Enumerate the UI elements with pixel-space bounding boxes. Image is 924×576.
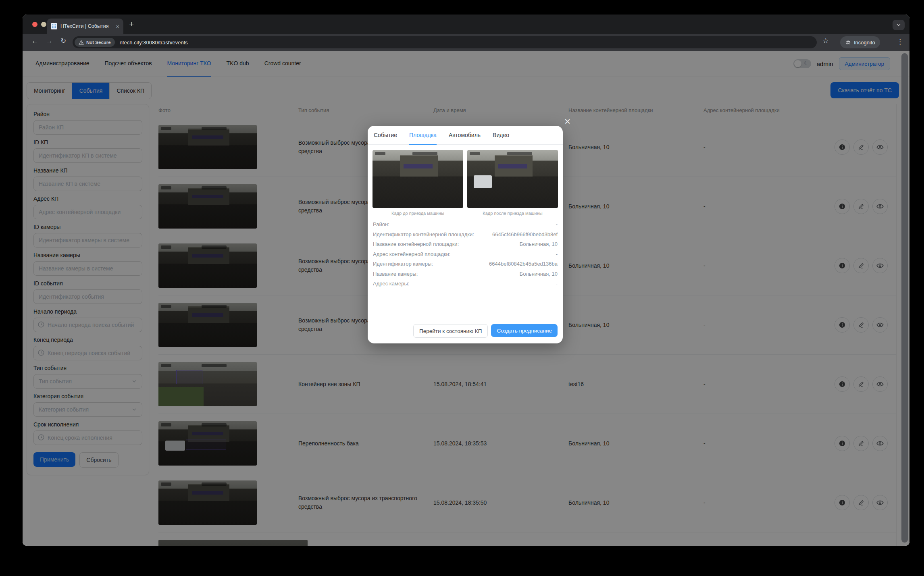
browser-tab-strip: НТехСити | События × + xyxy=(23,15,909,34)
browser-window: НТехСити | События × + ← → ↻ Not Secure … xyxy=(23,15,909,546)
incognito-icon xyxy=(845,39,851,46)
minimize-window-button[interactable] xyxy=(41,22,46,27)
bookmark-star-icon[interactable]: ☆ xyxy=(822,36,829,45)
close-icon[interactable]: × xyxy=(564,116,570,127)
tab-close-icon[interactable]: × xyxy=(116,23,119,30)
not-secure-badge[interactable]: Not Secure xyxy=(75,38,115,47)
not-secure-label: Not Secure xyxy=(86,40,111,45)
browser-toolbar: ← → ↻ Not Secure ntech.city:30080/trash/… xyxy=(23,34,909,51)
tab-title: НТехСити | События xyxy=(60,23,113,29)
address-bar[interactable]: Not Secure ntech.city:30080/trash/events xyxy=(73,36,817,48)
modal-fields: Район:- Идентификатор контейнерной площа… xyxy=(368,216,563,287)
field-value-kp-address: - xyxy=(556,251,558,257)
field-label-district: Район: xyxy=(373,221,389,227)
goto-kp-state-button[interactable]: Перейти к состоянию КП xyxy=(413,324,488,338)
frame-after-caption: Кадр после приезда машины xyxy=(467,211,558,216)
frame-before-caption: Кадр до приезда машины xyxy=(373,211,463,216)
site-favicon-icon xyxy=(51,23,57,29)
field-value-district: - xyxy=(556,221,558,227)
scrollbar[interactable] xyxy=(901,53,908,543)
back-button[interactable]: ← xyxy=(31,37,38,44)
url-text: ntech.city:30080/trash/events xyxy=(120,40,188,46)
reload-button[interactable]: ↻ xyxy=(60,37,66,44)
field-label-kp-address: Адрес контейнерной площадки: xyxy=(373,251,450,257)
field-value-camera-address: - xyxy=(556,281,558,287)
tab-site[interactable]: Площадка xyxy=(409,126,437,145)
frame-captions: Кадр до приезда машины Кадр после приезд… xyxy=(368,208,563,216)
modal-frames xyxy=(368,145,563,208)
field-label-kp-id: Идентификатор контейнерной площадки: xyxy=(373,231,474,237)
frame-before-image[interactable] xyxy=(373,150,463,208)
modal-footer: Перейти к состоянию КП Создать предписан… xyxy=(413,324,558,338)
field-label-camera-id: Идентификатор камеры: xyxy=(373,261,433,267)
new-tab-button[interactable]: + xyxy=(129,19,134,29)
incognito-badge: Incognito xyxy=(840,36,880,48)
tab-event[interactable]: Событие xyxy=(374,126,397,145)
tab-list-chevron-icon[interactable] xyxy=(893,20,905,30)
field-label-camera-address: Адрес камеры: xyxy=(373,281,409,287)
browser-tab[interactable]: НТехСити | События × xyxy=(47,19,123,34)
field-value-kp-name: Больничная, 10 xyxy=(520,241,558,247)
tab-vehicle[interactable]: Автомобиль xyxy=(449,126,481,145)
field-label-camera-name: Название камеры: xyxy=(373,271,418,277)
field-value-camera-name: Больничная, 10 xyxy=(520,271,558,277)
field-label-kp-name: Название контейнерной площадки: xyxy=(373,241,459,247)
close-window-button[interactable] xyxy=(32,22,37,27)
modal-tabs: Событие Площадка Автомобиль Видео xyxy=(368,126,563,145)
browser-menu-icon[interactable]: ⋮ xyxy=(897,37,903,46)
tab-video[interactable]: Видео xyxy=(493,126,509,145)
field-value-camera-id: 6644bef80842b45a5ed136ba xyxy=(489,261,558,267)
event-details-modal: Событие Площадка Автомобиль Видео Кадр д… xyxy=(368,126,563,343)
forward-button[interactable]: → xyxy=(46,37,53,44)
frame-after-image[interactable] xyxy=(467,150,558,208)
incognito-label: Incognito xyxy=(854,40,875,46)
field-value-kp-id: 6645cf46b966f90bebd3b8ef xyxy=(492,231,558,237)
create-order-button[interactable]: Создать предписание xyxy=(491,324,558,337)
